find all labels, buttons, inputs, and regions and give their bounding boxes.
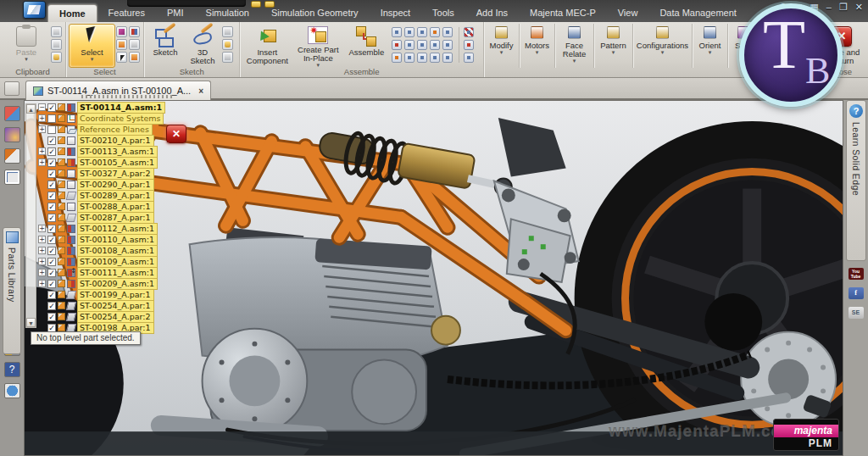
tab-pmi[interactable]: PMI: [156, 4, 195, 22]
tree-item-label[interactable]: ST-00290_A.par:1: [77, 179, 154, 191]
document-menu-icon[interactable]: [4, 81, 19, 96]
tree-item-checkbox[interactable]: ✓: [47, 280, 56, 288]
tree-item-label[interactable]: ST-00254_A.par:2: [77, 311, 154, 323]
restore-button[interactable]: ❐: [839, 2, 848, 12]
create-part-in-place-button[interactable]: Create Part In-Place ▾: [292, 24, 344, 68]
learn-solid-edge-tab[interactable]: ? Learn Solid Edge: [846, 100, 866, 261]
relate-command-icon[interactable]: [430, 40, 440, 50]
sketch-edit-button[interactable]: [222, 52, 233, 63]
scroll-up-icon[interactable]: ▲: [26, 104, 36, 114]
expand-icon[interactable]: +: [38, 247, 46, 254]
relate-command-icon[interactable]: [392, 40, 402, 50]
relate-command-icon[interactable]: [442, 40, 453, 50]
youtube-icon[interactable]: You Tube: [849, 268, 864, 280]
tree-item-checkbox[interactable]: ✓: [47, 158, 56, 167]
relate-command-icon[interactable]: [417, 53, 427, 63]
sketch-rotate-button[interactable]: [222, 26, 233, 37]
tab-simulation-geometry[interactable]: Simulation Geometry: [260, 4, 370, 22]
expand-icon[interactable]: +: [38, 236, 46, 243]
pattern-button[interactable]: Pattern▾: [594, 24, 633, 68]
sensors-panel-icon[interactable]: [4, 170, 20, 185]
tree-item-label[interactable]: ST-00112_A.asm:1: [77, 223, 158, 235]
tree-item-label[interactable]: ST-00287_A.par:1: [77, 212, 154, 224]
close-button[interactable]: ✕: [855, 2, 863, 12]
relate-capture-button[interactable]: [464, 40, 474, 50]
tree-item-checkbox[interactable]: ✓: [47, 324, 56, 332]
help-folder-icon[interactable]: ?: [4, 362, 20, 377]
tree-item-label[interactable]: ST-00110_A.asm:1: [77, 234, 158, 246]
relate-command-icon[interactable]: [430, 53, 440, 63]
tree-item-checkbox[interactable]: ✓: [47, 192, 56, 200]
relate-options-button[interactable]: [464, 27, 474, 37]
tab-data-management[interactable]: Data Management: [648, 4, 748, 22]
tree-item-checkbox[interactable]: ✓: [47, 147, 56, 156]
tree-item-checkbox[interactable]: ✓: [47, 313, 56, 321]
relate-command-icon[interactable]: [404, 27, 415, 37]
tree-item-checkbox[interactable]: ✓: [47, 136, 56, 145]
face-relate-button[interactable]: Face Relate▾: [555, 24, 594, 68]
modify-button[interactable]: Modify▾: [484, 24, 520, 68]
select-component-button[interactable]: [129, 26, 140, 37]
relate-command-icon[interactable]: [392, 53, 402, 63]
tree-item-label[interactable]: ST-00289_A.par:1: [77, 190, 154, 202]
tree-item-checkbox[interactable]: ✓: [47, 214, 56, 222]
expand-icon[interactable]: +: [38, 280, 46, 287]
paste-special-button[interactable]: [51, 52, 62, 63]
insert-component-button[interactable]: Insert Component: [242, 24, 292, 68]
tree-item-label[interactable]: ST-00114_A.asm:1: [77, 102, 165, 114]
configurations-button[interactable]: Configurations▾: [633, 24, 693, 68]
expand-icon[interactable]: +: [38, 114, 46, 122]
tree-item-label[interactable]: ST-00327_A.par:2: [77, 168, 154, 180]
minimize-button[interactable]: –: [826, 2, 832, 12]
cut-button[interactable]: [51, 26, 62, 37]
tree-item-label[interactable]: Coordinate Systems: [77, 113, 164, 125]
copy-button[interactable]: [51, 39, 62, 50]
sketch-lock-button[interactable]: [222, 39, 233, 50]
tree-item-checkbox[interactable]: ✓: [47, 225, 56, 233]
select-box-button[interactable]: [116, 39, 127, 50]
facebook-icon[interactable]: f: [849, 287, 864, 299]
collapse-icon[interactable]: −: [38, 103, 46, 111]
tab-features[interactable]: Features: [97, 4, 156, 22]
tree-item-checkbox[interactable]: [47, 125, 56, 134]
tab-simulation[interactable]: Simulation: [195, 4, 260, 22]
pathfinder-scrollbar[interactable]: ▲ ▼: [25, 103, 36, 328]
sketch-button[interactable]: Sketch: [147, 24, 184, 68]
paste-button[interactable]: Paste ▾: [3, 24, 50, 68]
tree-item-label[interactable]: Reference Planes: [77, 124, 153, 136]
relate-command-icon[interactable]: [417, 27, 427, 37]
tree-item-label[interactable]: ST-00113_A.asm:1: [77, 146, 158, 158]
tree-item-checkbox[interactable]: ✓: [47, 291, 56, 299]
tab-inspect[interactable]: Inspect: [370, 4, 421, 22]
motors-button[interactable]: Motors▾: [520, 24, 555, 68]
relate-command-icon[interactable]: [404, 53, 415, 63]
tree-item-checkbox[interactable]: ✓: [47, 258, 56, 266]
assemble-button[interactable]: Assemble: [344, 24, 388, 68]
relate-command-icon[interactable]: [442, 53, 453, 63]
select-handle-button[interactable]: [129, 52, 140, 63]
relate-command-icon[interactable]: [392, 27, 402, 37]
tab-majenta-mec-p[interactable]: Majenta MEC-P: [519, 4, 607, 22]
expand-icon[interactable]: +: [38, 269, 46, 276]
relate-command-icon[interactable]: [417, 40, 427, 50]
relate-assistant-button[interactable]: [464, 53, 474, 63]
relate-command-icon[interactable]: [442, 27, 453, 37]
tree-item-label[interactable]: ST-00254_A.par:1: [77, 300, 154, 312]
select-page-button[interactable]: [116, 52, 127, 63]
tree-item-checkbox[interactable]: ✓: [47, 103, 56, 112]
tree-item-label[interactable]: ST-00108_A.asm:1: [77, 245, 158, 257]
pathfinder-panel-icon[interactable]: [4, 106, 20, 121]
select-filter-button[interactable]: [116, 26, 127, 37]
select-button[interactable]: Select ▾: [69, 24, 115, 68]
expand-icon[interactable]: +: [38, 147, 46, 155]
document-tab-close-icon[interactable]: ×: [198, 86, 203, 96]
tree-item-label[interactable]: ST-00210_A.par:1: [77, 135, 154, 147]
tree-item-checkbox[interactable]: ✓: [47, 302, 56, 310]
expand-icon[interactable]: +: [38, 158, 46, 166]
tree-item-checkbox[interactable]: [47, 114, 56, 123]
sketch-3d-button[interactable]: 3D Sketch: [184, 24, 221, 68]
tree-item-checkbox[interactable]: ✓: [47, 181, 56, 189]
relate-command-icon[interactable]: [404, 40, 415, 50]
floating-close-button[interactable]: ✕: [166, 125, 186, 143]
parts-library-tab[interactable]: Parts Library: [3, 227, 21, 354]
